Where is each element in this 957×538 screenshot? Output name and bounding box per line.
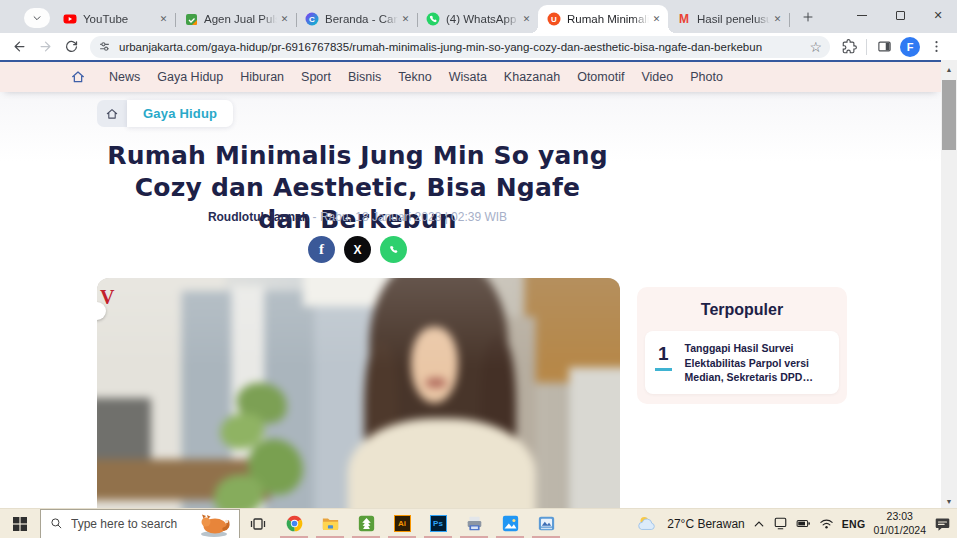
illustrator-icon: Ai <box>394 515 411 532</box>
nav-item-gaya-hidup[interactable]: Gaya Hidup <box>157 70 223 84</box>
battery-icon[interactable] <box>796 516 811 531</box>
tab-close-icon[interactable]: ✕ <box>398 12 413 27</box>
new-tab-button[interactable] <box>795 4 821 30</box>
page-scrollbar[interactable]: ▲ ▼ <box>941 60 957 510</box>
search-icon <box>50 517 63 530</box>
nav-item-wisata[interactable]: Wisata <box>449 70 487 84</box>
nav-item-tekno[interactable]: Tekno <box>398 70 431 84</box>
taskbar-chrome-button[interactable] <box>276 509 312 538</box>
task-view-icon <box>250 517 266 531</box>
side-panel-button[interactable] <box>871 35 897 59</box>
nav-item-hiburan[interactable]: Hiburan <box>240 70 284 84</box>
tab-search-button[interactable] <box>24 8 50 28</box>
forward-arrow-icon <box>38 39 53 54</box>
taskbar-inkscape-button[interactable] <box>348 509 384 538</box>
close-button[interactable]: ✕ <box>919 0 957 30</box>
nav-item-bisnis[interactable]: Bisnis <box>348 70 381 84</box>
taskbar-search[interactable] <box>40 509 240 538</box>
tab-close-icon[interactable]: ✕ <box>770 12 785 27</box>
scroll-up-arrow[interactable]: ▲ <box>941 62 957 76</box>
tab-canva[interactable]: C Beranda - Canva ✕ <box>296 5 417 33</box>
scroll-down-arrow[interactable]: ▼ <box>941 494 957 508</box>
taskbar-clock[interactable]: 23:03 01/01/2024 <box>873 510 926 536</box>
wifi-icon[interactable] <box>819 516 834 531</box>
tab-title: YouTube <box>83 13 156 25</box>
profile-button[interactable]: F <box>897 35 923 59</box>
tab-gmail-search[interactable]: M Hasil penelusuran - o ✕ <box>668 5 789 33</box>
taskbar-illustrator-button[interactable]: Ai <box>384 509 420 538</box>
taskbar-device-button[interactable] <box>456 509 492 538</box>
inkscape-icon <box>358 515 375 532</box>
svg-text:M: M <box>679 12 689 26</box>
breadcrumb-home-button[interactable] <box>97 100 127 127</box>
web-page: News Gaya Hidup Hiburan Sport Bisnis Tek… <box>0 60 957 508</box>
photoshop-icon: Ps <box>430 515 447 532</box>
svg-text:C: C <box>309 15 315 24</box>
tab-whatsapp[interactable]: (4) WhatsApp ✕ <box>417 5 538 33</box>
gmail-icon: M <box>677 12 691 26</box>
tab-agen-jual-pulsa[interactable]: Agen Jual Pulsa, PPO ✕ <box>175 5 296 33</box>
search-input[interactable] <box>71 517 181 531</box>
home-icon <box>70 69 86 85</box>
tab-close-icon[interactable]: ✕ <box>277 12 292 27</box>
tab-title: Hasil penelusuran - o <box>697 13 770 25</box>
language-indicator[interactable]: ENG <box>842 518 866 530</box>
start-button[interactable] <box>0 509 40 538</box>
taskbar-file-explorer-button[interactable] <box>312 509 348 538</box>
share-whatsapp-button[interactable] <box>380 236 407 263</box>
device-status-icon[interactable] <box>773 516 788 531</box>
maximize-button[interactable] <box>881 0 919 30</box>
publish-date: - Rabu, 18 Januari 2023 | 02:39 WIB <box>313 210 508 224</box>
x-icon: X <box>353 243 361 257</box>
taskbar-photoshop-button[interactable]: Ps <box>420 509 456 538</box>
share-facebook-button[interactable]: f <box>308 236 335 263</box>
close-icon: ✕ <box>933 9 942 22</box>
weather-condition: Berawan <box>697 517 744 531</box>
minimize-button[interactable] <box>843 0 881 30</box>
tab-close-icon[interactable]: ✕ <box>156 12 171 27</box>
task-view-button[interactable] <box>240 509 276 538</box>
reload-button[interactable] <box>58 35 84 59</box>
scrollbar-thumb[interactable] <box>942 80 956 150</box>
canva-icon: C <box>305 12 319 26</box>
tab-title: Agen Jual Pulsa, PPO <box>204 13 277 25</box>
terpopuler-item-title[interactable]: Tanggapi Hasil Survei Elektabilitas Parp… <box>685 341 817 385</box>
article-content: Gaya Hidup Rumah Minimalis Jung Min So y… <box>0 92 941 508</box>
nav-item-otomotif[interactable]: Otomotif <box>577 70 624 84</box>
bookmark-star-icon[interactable]: ☆ <box>809 39 822 55</box>
svg-text:U: U <box>551 15 557 24</box>
browser-menu-button[interactable] <box>923 35 949 59</box>
file-explorer-icon <box>322 515 339 532</box>
nav-item-khazanah[interactable]: Khazanah <box>504 70 560 84</box>
browser-tabstrip: YouTube ✕ Agen Jual Pulsa, PPO ✕ C Beran… <box>0 0 957 33</box>
chrome-icon <box>286 515 303 532</box>
nav-item-photo[interactable]: Photo <box>690 70 723 84</box>
notification-center-icon[interactable] <box>934 516 951 532</box>
breadcrumb-category-link[interactable]: Gaya Hidup <box>127 100 233 127</box>
sleeping-fox-illustration[interactable] <box>193 511 235 537</box>
nav-item-video[interactable]: Video <box>641 70 673 84</box>
nav-item-news[interactable]: News <box>109 70 140 84</box>
taskbar-photos-button[interactable] <box>492 509 528 538</box>
nav-item-sport[interactable]: Sport <box>301 70 331 84</box>
nav-home-button[interactable] <box>70 69 86 85</box>
tab-youtube[interactable]: YouTube ✕ <box>54 5 175 33</box>
taskbar-viewer-button[interactable] <box>528 509 564 538</box>
terpopuler-item[interactable]: 1 Tanggapi Hasil Survei Elektabilitas Pa… <box>645 331 839 394</box>
rank-wrap: 1 <box>655 341 672 385</box>
author-link[interactable]: Roudlotul Jannah <box>208 210 309 224</box>
tray-chevron-up-icon[interactable] <box>753 519 765 529</box>
site-settings-icon[interactable] <box>98 40 111 53</box>
image-viewer-icon <box>538 515 555 532</box>
tab-urbanjakarta-active[interactable]: U Rumah Minimalis Jun ✕ <box>538 5 668 33</box>
extensions-button[interactable] <box>836 35 862 59</box>
share-x-button[interactable]: X <box>344 236 371 263</box>
clock-date: 01/01/2024 <box>873 524 926 536</box>
weather-icon[interactable] <box>637 515 659 532</box>
article-hero-image: V <box>97 278 620 508</box>
weather-summary[interactable]: 27°C Berawan <box>667 517 745 531</box>
back-button[interactable] <box>6 35 32 59</box>
address-bar[interactable]: urbanjakarta.com/gaya-hidup/pr-691676783… <box>90 36 830 58</box>
tab-close-icon[interactable]: ✕ <box>649 12 664 27</box>
forward-button[interactable] <box>32 35 58 59</box>
